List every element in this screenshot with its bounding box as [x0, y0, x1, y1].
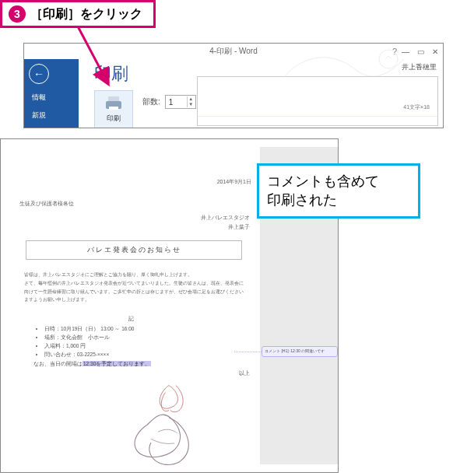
doc-bullet-list: 日時：10月19日（日） 13:00 ～ 16:00 場所：文化会館 小ホール … — [44, 326, 258, 359]
sidebar-item-new[interactable]: 新規 — [24, 107, 79, 124]
doc-section-header: 記 — [10, 315, 258, 323]
sidebar-item-open[interactable]: 開く — [24, 124, 79, 128]
back-button[interactable]: ← — [29, 64, 49, 84]
list-item: 問い合わせ：03-2225-×××× — [44, 352, 258, 359]
step-callout: 3 ［印刷］をクリック — [0, 0, 156, 28]
result-annotation: コメントも含めて印刷された — [257, 163, 420, 219]
step-number-badge: 3 — [9, 5, 26, 23]
print-preview-mini: 41文字×18 — [197, 76, 438, 126]
word-print-backstage: 4-印刷 - Word ? — ▭ ✕ 井上香穂里 ← 情報 新規 開く 上書き… — [23, 43, 444, 128]
doc-body: 皆様は、井上バレエスタジオにご理解とご協力を賜り、厚く御礼申し上げます。さて、毎… — [24, 271, 244, 304]
doc-memo: なお、当日の開場は12:30を予定しております。 — [33, 361, 258, 368]
doc-studio: 井上バレエスタジオ — [10, 214, 250, 222]
window-titlebar: 4-印刷 - Word ? — ▭ ✕ — [24, 44, 443, 59]
doc-memo-highlight: 12:30を予定しております。 — [83, 361, 151, 366]
comment-balloon: コメント [H1]: 12:30 の間違いです — [262, 346, 338, 357]
minimize-button[interactable]: — — [402, 47, 409, 56]
printer-icon — [104, 96, 124, 112]
list-item: 入場料：1,000 円 — [44, 343, 258, 350]
spinner-arrows-icon[interactable]: ▲▼ — [187, 96, 195, 107]
copies-spinner[interactable]: 1 ▲▼ — [165, 95, 196, 109]
close-button[interactable]: ✕ — [432, 47, 438, 56]
restore-button[interactable]: ▭ — [417, 47, 424, 56]
comment-connector-line — [234, 352, 262, 352]
doc-addressee: 生徒及び保護者様各位 — [19, 200, 258, 208]
sidebar-item-info[interactable]: 情報 — [24, 89, 79, 107]
backstage-main: 印刷 印刷 部数: 1 ▲▼ 41文字×18 — [79, 59, 443, 128]
doc-memo-prefix: なお、当日の開場は — [33, 361, 83, 366]
preview-char-note: 41文字×18 — [403, 103, 430, 111]
window-title: 4-印刷 - Word — [209, 46, 258, 57]
list-item: 場所：文化会館 小ホール — [44, 334, 258, 341]
doc-title: バレエ発表会のお知らせ — [26, 240, 242, 260]
backstage-body: ← 情報 新規 開く 上書き保存 印刷 印刷 部数: 1 ▲▼ — [24, 59, 443, 128]
copies-label: 部数: — [142, 96, 160, 107]
doc-date: 2014年9月1日 — [10, 178, 251, 186]
backstage-sidebar: ← 情報 新規 開く 上書き保存 — [24, 59, 79, 128]
copies-value: 1 — [169, 98, 174, 107]
help-icon[interactable]: ? — [392, 47, 397, 56]
ballet-shoes-illustration — [118, 382, 234, 467]
doc-author: 井上葉子 — [10, 223, 250, 231]
list-item: 日時：10月19日（日） 13:00 ～ 16:00 — [44, 326, 258, 333]
print-button-label: 印刷 — [107, 114, 121, 124]
copies-control: 部数: 1 ▲▼ — [142, 95, 196, 109]
print-button[interactable]: 印刷 — [94, 90, 133, 128]
step-instruction: ［印刷］をクリック — [30, 6, 142, 23]
window-controls: — ▭ ✕ — [402, 47, 438, 56]
doc-closing: 以上 — [10, 370, 250, 377]
